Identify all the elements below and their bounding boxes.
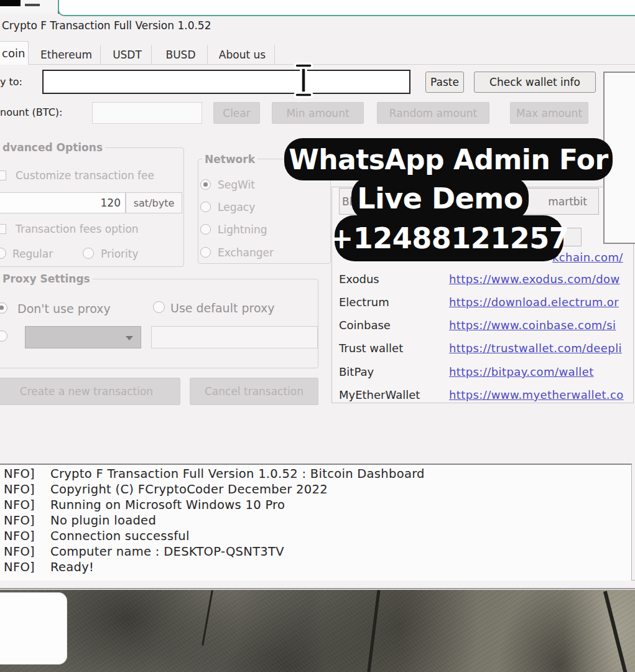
log-line: NFO]Copyright (C) FCryptoCoder December … [4,482,328,498]
pay-to-input[interactable] [42,70,410,94]
tab-busd[interactable]: BUSD [154,45,208,64]
tabstrip-border [0,64,635,65]
exchanger-label: Exchanger [218,246,274,259]
log-line: NFO]Computer name : DESKTOP-QSNT3TV [4,544,284,560]
check-wallet-info-button[interactable]: Check wallet info [474,72,596,93]
log-line: NFO]No plugin loaded [4,513,156,529]
no-proxy-label: Don't use proxy [17,302,111,315]
cancel-transaction-button[interactable]: Cancel transaction [190,378,318,405]
fee-unit-label: sat/byte [126,192,182,213]
segwit-radio[interactable] [200,179,211,190]
tab-usdt[interactable]: USDT [103,45,152,64]
log-line: NFO]Ready! [4,560,94,576]
tab-about-us[interactable]: About us [210,45,275,64]
network-title: Network [202,153,257,166]
amount-label: nount (BTC): [0,106,62,118]
regular-label: Regular [12,248,53,260]
wallet-link[interactable]: https://www.coinbase.com/si [449,319,635,332]
fee-value-input[interactable]: 120 [0,192,126,213]
proxy-settings-group [0,279,318,368]
log-line: NFO]Running on Microsoft Windows 10 Pro [4,498,285,513]
ibeam-cursor-icon [292,62,315,98]
legacy-label: Legacy [218,201,255,213]
screen: Crypto F Transaction Full Version 1.0.52… [0,0,635,672]
lightning-label: Lightning [218,223,267,236]
overlay-line-1: WhatsApp Admin For [284,138,613,180]
window-bottom-edge [0,588,635,589]
screen-corner-black [0,0,21,6]
wallet-name: MyEtherWallet [339,388,420,401]
segwit-label: SegWit [218,179,255,191]
default-proxy-label: Use default proxy [170,301,274,315]
amount-input[interactable] [92,102,202,124]
legacy-radio[interactable] [200,202,211,212]
fees-option-checkbox[interactable] [0,224,6,234]
min-amount-button[interactable]: Min amount [272,102,364,124]
customize-fee-label: Customize transaction fee [16,169,154,182]
pay-to-label: y to: [0,76,22,88]
proxy-address-input[interactable] [151,326,318,348]
wallet-name: Electrum [339,296,389,309]
log-line: NFO]Crypto F Transaction Full Version 1.… [4,467,425,482]
minimize-icon[interactable] [25,4,40,6]
random-amount-button[interactable]: Random amount [377,102,489,124]
overlay-line-2: Live Demo [351,177,529,220]
fees-option-label: Transaction fees option [16,223,139,235]
wallet-link[interactable]: https://www.myetherwallet.co [449,388,635,401]
wallet-link[interactable]: https://download.electrum.or [449,296,635,309]
create-transaction-button[interactable]: Create a new transaction [0,378,180,405]
window-title: Crypto F Transaction Full Version 1.0.52 [2,19,211,32]
customize-fee-checkbox[interactable] [0,170,6,180]
wallet-link[interactable]: https://www.exodus.com/dow [449,273,635,286]
paste-button[interactable]: Paste [425,72,464,93]
wallet-name: Coinbase [339,319,391,332]
default-proxy-radio[interactable] [153,301,165,313]
priority-label: Priority [101,248,139,260]
tab-bitcoin[interactable]: coin [0,41,29,65]
max-amount-button[interactable]: Max amount [510,102,588,124]
priority-radio[interactable] [83,248,94,259]
proxy-type-dropdown[interactable] [25,326,141,348]
overlay-line-3: +12488121257 [335,215,563,261]
wallet-name: Trust wallet [339,342,403,355]
advanced-options-title: dvanced Options [0,141,105,154]
chevron-down-icon [126,336,133,340]
tab-ethereum[interactable]: Ethereum [32,45,101,64]
log-line: NFO]Connection successful [4,529,190,544]
wallet-link[interactable]: https://bitpay.com/wallet [449,365,635,378]
clear-button[interactable]: Clear [213,102,260,124]
wallet-name: BitPay [339,365,374,378]
lightning-radio[interactable] [200,224,211,235]
proxy-settings-title: Proxy Settings [0,273,93,285]
exchanger-radio[interactable] [200,247,211,258]
wallet-link[interactable]: https://trustwallet.com/deepli [449,342,635,355]
wallet-name: Exodus [339,273,379,286]
wallpaper-texture [0,585,635,672]
background-window[interactable] [0,592,67,665]
background-teal-window[interactable] [58,0,635,16]
